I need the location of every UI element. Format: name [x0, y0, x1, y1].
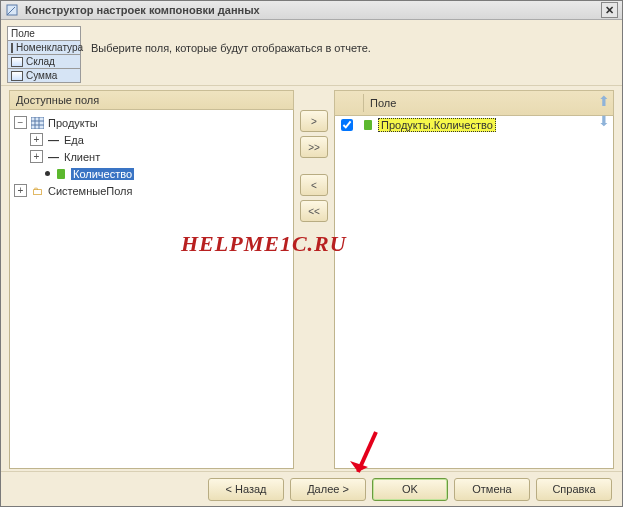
green-field-icon — [361, 119, 374, 132]
header-label: Склад — [26, 56, 55, 67]
list-item[interactable]: Продукты.Количество — [335, 116, 613, 134]
row-checkbox[interactable] — [335, 116, 357, 134]
reorder-buttons: ⬆ ⬇ — [595, 92, 612, 129]
help-button[interactable]: Справка — [536, 478, 612, 501]
folder-icon: 🗀 — [31, 184, 44, 197]
close-button[interactable]: ✕ — [601, 2, 618, 18]
dialog-window: Конструктор настроек компоновки данных ✕… — [0, 0, 623, 507]
app-icon — [5, 3, 19, 17]
expander-icon[interactable]: + — [30, 150, 43, 163]
instruction-row: Поле Номенклатура Склад Сумма Выберите п… — [1, 20, 622, 86]
green-field-icon — [54, 167, 67, 180]
dash-icon: — — [47, 133, 60, 146]
move-left-button[interactable]: < — [300, 174, 328, 196]
table-icon — [31, 116, 44, 129]
footer-buttons: < Назад Далее > OK Отмена Справка — [1, 471, 622, 506]
step-headers: Поле Номенклатура Склад Сумма — [7, 26, 81, 83]
header-icon — [11, 43, 13, 53]
back-button[interactable]: < Назад — [208, 478, 284, 501]
move-right-button[interactable]: > — [300, 110, 328, 132]
ok-button[interactable]: OK — [372, 478, 448, 501]
available-fields-header: Доступные поля — [9, 90, 294, 110]
next-button[interactable]: Далее > — [290, 478, 366, 501]
cancel-button[interactable]: Отмена — [454, 478, 530, 501]
tree-label: Продукты — [48, 117, 98, 129]
header-label: Сумма — [26, 70, 57, 81]
tree-label: Клиент — [64, 151, 100, 163]
available-fields-tree[interactable]: − Продукты + — Еда + — Клиент — [9, 110, 294, 469]
tree-node[interactable]: + — Еда — [12, 131, 291, 148]
instruction-text: Выберите поля, которые будут отображатьс… — [91, 26, 371, 54]
expander-icon[interactable]: + — [30, 133, 43, 146]
dash-icon: — — [47, 150, 60, 163]
tree-node[interactable]: + 🗀 СистемныеПоля — [12, 182, 291, 199]
expander-icon[interactable]: − — [14, 116, 27, 129]
header-item[interactable]: Склад — [8, 55, 80, 69]
tree-label: СистемныеПоля — [48, 185, 132, 197]
header-label: Поле — [11, 28, 35, 39]
middle-area: Доступные поля − Продукты + — Еда + — [1, 86, 622, 471]
tree-label: Количество — [71, 168, 134, 180]
header-icon — [11, 71, 23, 81]
bullet-icon — [45, 171, 50, 176]
field-label: Продукты.Количество — [378, 118, 496, 132]
tree-label: Еда — [64, 134, 84, 146]
column-header-field: Поле — [364, 94, 607, 112]
expander-spacer — [30, 168, 41, 179]
selected-fields-pane: Поле Продукты.Количество ⬆ ⬇ — [334, 90, 614, 469]
tree-node[interactable]: − Продукты — [12, 114, 291, 131]
header-label: Номенклатура — [16, 42, 83, 53]
svg-rect-2 — [31, 117, 44, 129]
selected-fields-header: Поле — [334, 90, 614, 116]
selected-fields-list[interactable]: Продукты.Количество — [334, 116, 614, 469]
header-icon — [11, 57, 23, 67]
move-down-button[interactable]: ⬇ — [595, 112, 612, 129]
window-title: Конструктор настроек компоновки данных — [25, 4, 595, 16]
tree-node[interactable]: + — Клиент — [12, 148, 291, 165]
move-up-button[interactable]: ⬆ — [595, 92, 612, 109]
expander-icon[interactable]: + — [14, 184, 27, 197]
available-fields-pane: Доступные поля − Продукты + — Еда + — [9, 90, 294, 469]
move-buttons-column: > >> < << — [294, 90, 334, 469]
header-item[interactable]: Сумма — [8, 69, 80, 82]
move-left-all-button[interactable]: << — [300, 200, 328, 222]
header-item[interactable]: Поле — [8, 27, 80, 41]
tree-node-selected[interactable]: Количество — [12, 165, 291, 182]
header-item[interactable]: Номенклатура — [8, 41, 80, 55]
move-right-all-button[interactable]: >> — [300, 136, 328, 158]
titlebar: Конструктор настроек компоновки данных ✕ — [1, 1, 622, 20]
